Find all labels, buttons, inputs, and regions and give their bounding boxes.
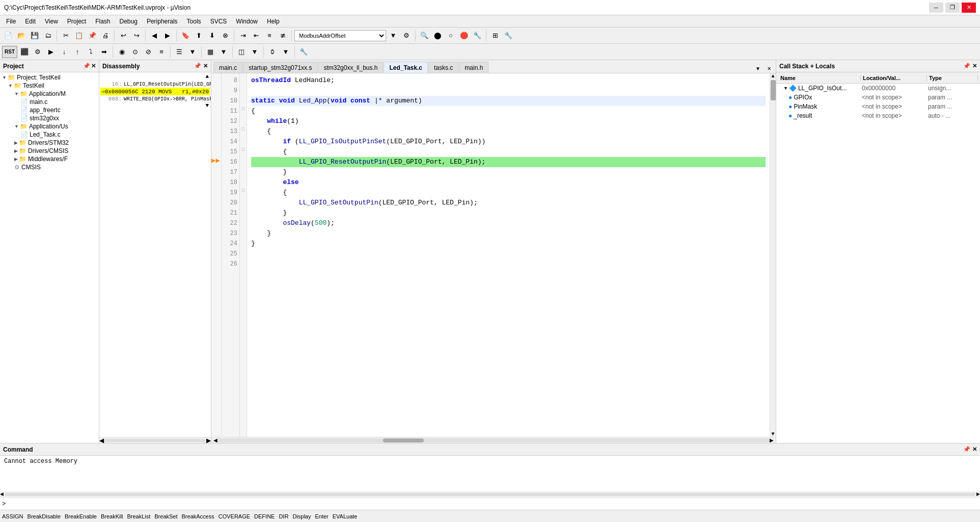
shortcut-breaklist[interactable]: BreakList bbox=[127, 513, 150, 519]
step-into-button[interactable]: ↓ bbox=[58, 46, 70, 58]
extra-tools-button[interactable]: 🔧 bbox=[297, 46, 310, 58]
disasm-close-icon[interactable]: ✕ bbox=[203, 63, 208, 69]
cs-row-result[interactable]: ● _result <not in scope> auto - ... bbox=[776, 111, 980, 120]
tree-drivers-cmsis[interactable]: ▶ 📁 Drivers/CMSIS bbox=[1, 147, 98, 155]
run-to-button[interactable]: ➡ bbox=[98, 46, 110, 58]
hscroll-thumb[interactable] bbox=[383, 438, 424, 442]
save-all-button[interactable]: 🗂 bbox=[42, 30, 54, 42]
menu-peripherals[interactable]: Peripherals bbox=[143, 17, 182, 26]
unindent-button[interactable]: ⇤ bbox=[250, 30, 262, 42]
restore-button[interactable]: ❐ bbox=[945, 3, 960, 13]
tab-startup[interactable]: startup_stm32g071xx.s bbox=[243, 62, 317, 73]
save-button[interactable]: 💾 bbox=[29, 30, 41, 42]
tree-middlewares-f[interactable]: ▶ 📁 Middlewares/F bbox=[1, 155, 98, 163]
editor-vscroll[interactable]: ▲ ▼ bbox=[770, 73, 776, 437]
tree-cmsis[interactable]: ⚙ CMSIS bbox=[1, 163, 98, 171]
menu-project[interactable]: Project bbox=[63, 17, 90, 26]
callstack-pin-icon[interactable]: 📌 bbox=[963, 63, 970, 69]
menu-edit[interactable]: Edit bbox=[21, 17, 40, 26]
debug-combo-btn[interactable]: ▼ bbox=[186, 46, 199, 58]
tab-bus[interactable]: stm32g0xx_ll_bus.h bbox=[318, 62, 383, 73]
menu-view[interactable]: View bbox=[41, 17, 62, 26]
step-button[interactable]: ▶ bbox=[45, 46, 57, 58]
tree-stm32g0xx[interactable]: 📄 stm32g0xx bbox=[1, 114, 98, 122]
bookmark-button[interactable]: 🔖 bbox=[179, 30, 192, 42]
fold-13[interactable]: □ bbox=[240, 124, 247, 135]
cut-button[interactable]: ✂ bbox=[60, 30, 72, 42]
step-over-button[interactable]: ⤵ bbox=[85, 46, 97, 58]
disassembly-content[interactable]: ▲ 16: LL_GPIO_ResetOutputPin(LED_GPIO_Po… bbox=[99, 72, 211, 437]
new-file-button[interactable]: 📄 bbox=[2, 30, 14, 42]
bookmark-prev-button[interactable]: ⬆ bbox=[193, 30, 205, 42]
cmd-scroll-left[interactable]: ◀ bbox=[0, 491, 4, 498]
print-button[interactable]: 🖨 bbox=[99, 30, 112, 42]
hscroll-right[interactable]: ▶ bbox=[770, 437, 774, 443]
vscroll-thumb[interactable] bbox=[771, 80, 776, 100]
command-close-icon[interactable]: ✕ bbox=[972, 446, 977, 453]
indent-button[interactable]: ⇥ bbox=[237, 30, 249, 42]
command-hscroll[interactable]: ◀ ▶ bbox=[0, 491, 980, 498]
paste-button[interactable]: 📌 bbox=[86, 30, 98, 42]
debug-button[interactable]: 🛑 bbox=[458, 30, 470, 42]
project-close-icon[interactable]: ✕ bbox=[91, 63, 96, 69]
menu-debug[interactable]: Debug bbox=[116, 17, 142, 26]
menu-help[interactable]: Help bbox=[263, 17, 284, 26]
redo-button[interactable]: ↪ bbox=[130, 30, 143, 42]
tree-application-us[interactable]: ▼ 📁 Application/Us bbox=[1, 122, 98, 130]
close-button[interactable]: ✕ bbox=[962, 3, 976, 13]
show-all-button[interactable]: ☰ bbox=[173, 46, 185, 58]
shortcut-display[interactable]: Display bbox=[292, 513, 311, 519]
target-options-button[interactable]: ▼ bbox=[387, 30, 399, 42]
disasm-pin-icon[interactable]: 📌 bbox=[194, 63, 201, 69]
menu-window[interactable]: Window bbox=[232, 17, 262, 26]
tab-main-c[interactable]: main.c bbox=[213, 62, 242, 73]
project-pin-icon[interactable]: 📌 bbox=[83, 63, 90, 69]
command-pin-icon[interactable]: 📌 bbox=[963, 446, 970, 453]
tree-main-c[interactable]: 📄 main.c bbox=[1, 98, 98, 106]
reset-button[interactable]: ○ bbox=[445, 30, 457, 42]
comment-button[interactable]: ≡ bbox=[263, 30, 276, 42]
run-stop-button[interactable]: ⬤ bbox=[431, 30, 444, 42]
copy-button[interactable]: 📋 bbox=[73, 30, 85, 42]
step-out-button[interactable]: ↑ bbox=[71, 46, 84, 58]
shortcut-enter[interactable]: Enter bbox=[315, 513, 328, 519]
scope-button[interactable]: ◫ bbox=[235, 46, 248, 58]
debug-combo2-btn[interactable]: ▼ bbox=[217, 46, 230, 58]
tab-close-button[interactable]: ✕ bbox=[765, 64, 774, 73]
callstack-close-icon[interactable]: ✕ bbox=[972, 63, 977, 69]
tab-main-h[interactable]: main.h bbox=[459, 62, 488, 73]
tree-root[interactable]: ▼ 📁 Project: TestKeil bbox=[1, 73, 98, 82]
cmd-scroll-right[interactable]: ▶ bbox=[976, 491, 980, 498]
editor-content[interactable]: ▶▶ 8 9 10 11 12 13 14 15 16 17 18 19 20 … bbox=[211, 73, 776, 437]
disasm-scroll-down[interactable]: ▼ bbox=[100, 102, 210, 110]
open-button[interactable]: 📂 bbox=[15, 30, 28, 42]
bookmark-clear-button[interactable]: ⊗ bbox=[219, 30, 231, 42]
disasm-scroll-left[interactable]: ◀ bbox=[99, 437, 104, 444]
tree-app-freertc[interactable]: 📄 app_freertc bbox=[1, 106, 98, 114]
shortcut-breakaccess[interactable]: BreakAccess bbox=[182, 513, 214, 519]
vscroll-down[interactable]: ▼ bbox=[771, 431, 774, 437]
settings-button[interactable]: 🔧 bbox=[471, 30, 483, 42]
menu-file[interactable]: File bbox=[2, 17, 20, 26]
cmd-hscroll-track[interactable] bbox=[5, 493, 975, 496]
shortcut-breakkill[interactable]: BreakKill bbox=[101, 513, 123, 519]
hscroll-left[interactable]: ◀ bbox=[213, 437, 217, 443]
hscroll-track[interactable] bbox=[217, 438, 770, 442]
shortcut-breakset[interactable]: BreakSet bbox=[154, 513, 177, 519]
shortcut-coverage[interactable]: COVERAGE bbox=[219, 513, 250, 519]
minimize-button[interactable]: ─ bbox=[929, 3, 943, 13]
shortcut-breakenable[interactable]: BreakEnable bbox=[65, 513, 97, 519]
nav-fwd-button[interactable]: ▶ bbox=[161, 30, 174, 42]
code-area[interactable]: osThreadId LedHandle; static void Led_Ap… bbox=[247, 73, 770, 437]
shortcut-dir[interactable]: DIR bbox=[279, 513, 288, 519]
tab-dropdown-button[interactable]: ▼ bbox=[753, 64, 763, 73]
tree-application-m[interactable]: ▼ 📁 Application/M bbox=[1, 90, 98, 98]
undo-button[interactable]: ↩ bbox=[117, 30, 129, 42]
menu-tools[interactable]: Tools bbox=[183, 17, 205, 26]
disasm-hscroll-track[interactable] bbox=[105, 439, 205, 442]
tab-led-task[interactable]: Led_Task.c bbox=[384, 62, 427, 73]
nav-back-button[interactable]: ◀ bbox=[148, 30, 160, 42]
shortcut-breakdisable[interactable]: BreakDisable bbox=[28, 513, 61, 519]
shortcut-evaluate[interactable]: EVALuate bbox=[333, 513, 358, 519]
view-options-button[interactable]: ⊞ bbox=[489, 30, 501, 42]
